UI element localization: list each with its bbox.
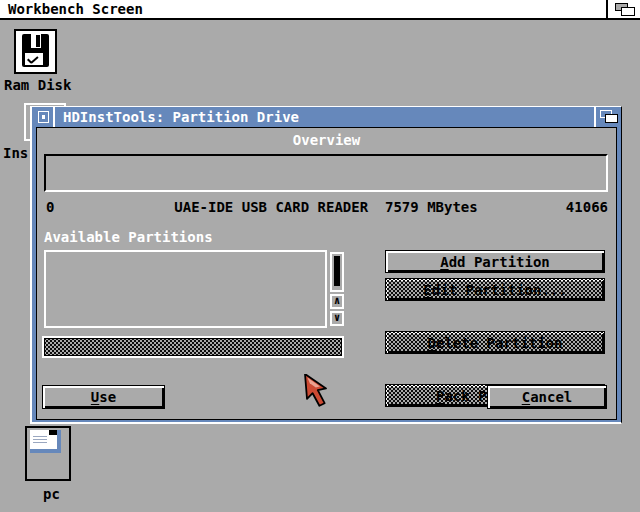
- drive-id: 41066: [566, 199, 608, 215]
- partitions-listbox[interactable]: [44, 250, 327, 328]
- drive-name: UAE-IDE USB CARD READER 7579 MBytes: [44, 199, 608, 215]
- scroll-up-button[interactable]: ∧: [330, 294, 344, 309]
- screen-title: Workbench Screen: [8, 1, 143, 17]
- screen-titlebar[interactable]: Workbench Screen: [0, 0, 640, 20]
- ram-disk-icon[interactable]: [14, 29, 57, 74]
- partition-name-field: [42, 336, 344, 358]
- drive-row[interactable]: 0 UAE-IDE USB CARD READER 7579 MBytes 41…: [44, 199, 608, 215]
- mouse-pointer-icon: [303, 374, 335, 408]
- use-button[interactable]: Use: [42, 385, 165, 409]
- workbench-screen: { "screen": { "title": "Workbench Screen…: [0, 0, 640, 512]
- scrollbar-thumb[interactable]: [334, 256, 340, 286]
- window-titlebar[interactable]: HDInstTools: Partition Drive: [32, 107, 621, 127]
- install-disk-label: Ins: [3, 145, 28, 161]
- cancel-button[interactable]: Cancel: [487, 385, 607, 409]
- up-arrow-icon: ∧: [334, 294, 341, 307]
- screen-depth-gadget-icon[interactable]: [606, 0, 640, 18]
- add-partition-button[interactable]: Add Partition: [385, 250, 605, 273]
- overview-box: [44, 154, 608, 192]
- pc-disk-icon[interactable]: [25, 426, 71, 481]
- window-title: HDInstTools: Partition Drive: [55, 109, 299, 125]
- close-gadget-icon[interactable]: [32, 107, 55, 127]
- ram-disk-label: Ram Disk: [4, 77, 71, 93]
- scrollbar-track[interactable]: [330, 252, 344, 292]
- down-arrow-icon: ∨: [334, 311, 341, 324]
- delete-partition-button: Delete Partition: [385, 331, 605, 354]
- pc-disk-label: pc: [43, 486, 60, 502]
- pc-disk-art: [30, 430, 61, 453]
- available-partitions-heading: Available Partitions: [44, 229, 213, 245]
- window-depth-gadget-icon[interactable]: [594, 107, 621, 127]
- floppy-disk-icon: [22, 34, 49, 67]
- scroll-down-button[interactable]: ∨: [330, 311, 344, 326]
- overview-heading: Overview: [37, 132, 616, 148]
- edit-partition-button: Edit Partition...: [385, 278, 605, 301]
